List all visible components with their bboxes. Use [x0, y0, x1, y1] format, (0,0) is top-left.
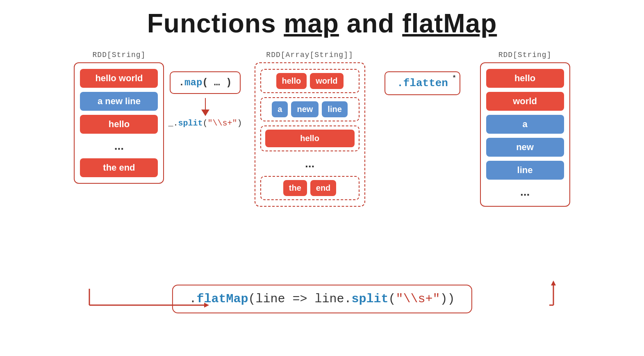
- map-op-box: .map( … ): [170, 71, 241, 94]
- rdd2-g1-world: world: [310, 73, 343, 89]
- rdd1-item-end: the end: [80, 158, 158, 177]
- rdd2-group3: hello: [260, 126, 360, 151]
- flatmap-box: .flatMap(line => line.split("\\s+")): [172, 285, 472, 313]
- rdd3-label: RDD[String]: [498, 51, 552, 59]
- rdd2-group2: a new line: [260, 97, 360, 121]
- rdd2-group4: the end: [260, 176, 360, 200]
- rdd1-item-hello-world: hello world: [80, 69, 158, 88]
- rdd3-world: world: [486, 92, 564, 111]
- rdd2-group1: hello world: [260, 69, 360, 93]
- flatten-op-box: .flatten *: [385, 71, 460, 95]
- rdd2-g2-new: new: [291, 101, 319, 117]
- rdd2-g1-hello: hello: [276, 73, 307, 89]
- rdd2-g3-hello: hello: [265, 130, 355, 147]
- rdd1-box: hello world a new line hello ... the end: [74, 62, 164, 184]
- rdd3-new: new: [486, 138, 564, 157]
- title-prefix: Functions: [147, 9, 284, 38]
- title-middle: and: [339, 9, 402, 38]
- rdd3-line: line: [486, 161, 564, 180]
- split-label: _.split("\\s+"): [168, 119, 242, 128]
- rdd3-dots: ...: [520, 184, 530, 200]
- rdd1-label: RDD[String]: [93, 51, 146, 59]
- title-map: map: [284, 9, 339, 38]
- page-title: Functions map and flatMap: [0, 0, 644, 47]
- rdd3-a: a: [486, 115, 564, 134]
- asterisk: *: [452, 75, 456, 82]
- rdd2-g4-the: the: [283, 180, 307, 196]
- rdd2-g2-line: line: [322, 101, 347, 117]
- svg-marker-5: [551, 281, 556, 285]
- rdd2-g2-a: a: [272, 101, 288, 117]
- title-flatmap: flatMap: [402, 9, 497, 38]
- rdd3-box: hello world a new line ...: [480, 62, 570, 207]
- rdd1-item-hello: hello: [80, 115, 158, 134]
- rdd1-dots: ...: [114, 138, 124, 154]
- rdd2-box: hello world a new line hello ... the end: [255, 62, 365, 207]
- rdd2-dots: ...: [305, 155, 314, 172]
- rdd3-hello: hello: [486, 69, 564, 88]
- rdd2-label: RDD[Array[String]]: [266, 51, 353, 59]
- rdd2-g4-end: end: [310, 180, 337, 196]
- rdd1-item-new-line: a new line: [80, 92, 158, 111]
